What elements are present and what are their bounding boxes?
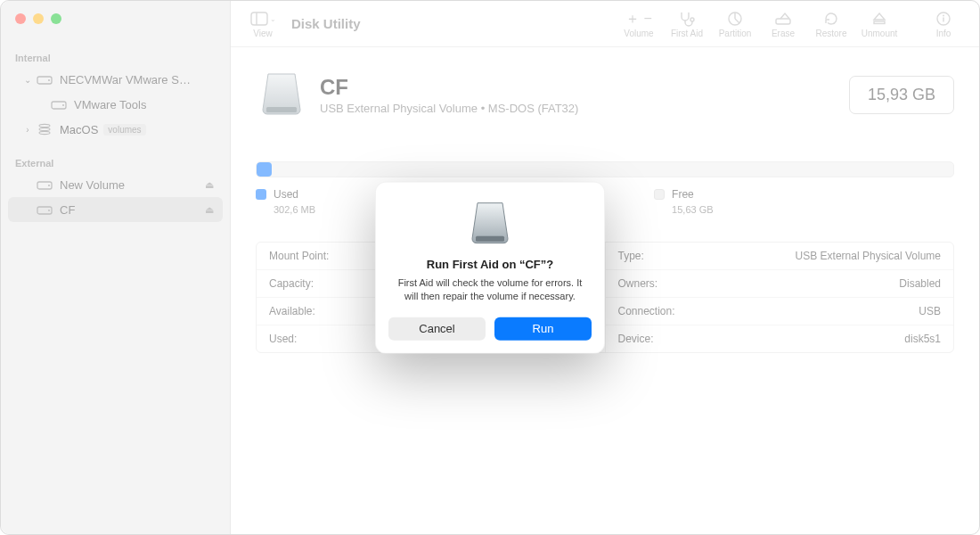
cancel-button[interactable]: Cancel bbox=[388, 317, 486, 340]
dialog-body: First Aid will check the volume for erro… bbox=[388, 276, 592, 303]
dialog-title: Run First Aid on “CF”? bbox=[388, 258, 592, 271]
first-aid-dialog: Run First Aid on “CF”? First Aid will ch… bbox=[375, 182, 605, 354]
run-button[interactable]: Run bbox=[494, 317, 592, 340]
external-disk-icon bbox=[465, 199, 515, 249]
svg-rect-21 bbox=[476, 236, 504, 242]
window: Internal ⌄ NECVMWar VMware SATA... VMwar… bbox=[0, 0, 980, 535]
